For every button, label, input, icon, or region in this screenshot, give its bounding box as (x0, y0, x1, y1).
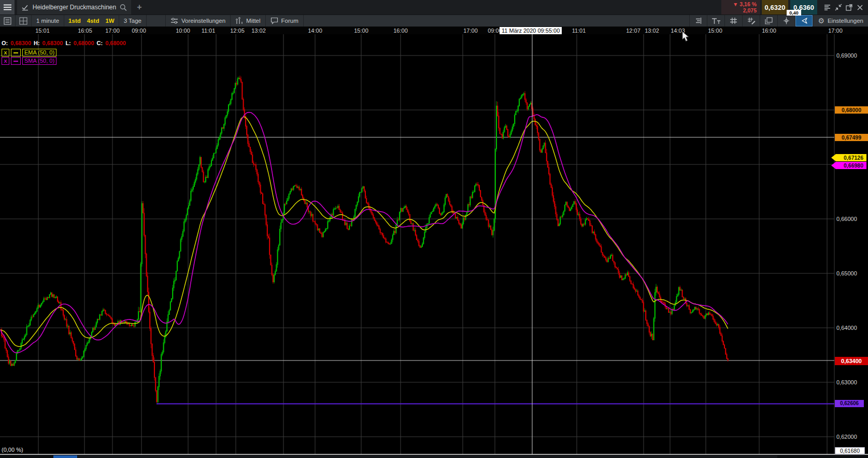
taskbar-accent (53, 455, 77, 458)
time-tick-10:00: 10:00 (176, 27, 190, 34)
grid-layout-icon (19, 17, 27, 25)
bid-price-button[interactable]: 0,6320 (762, 0, 788, 15)
time-tick-09:00: 09:00 (132, 27, 146, 34)
range-button[interactable]: 3 Tage (119, 15, 147, 26)
align-lines-icon (694, 17, 702, 24)
search-icon[interactable] (120, 4, 127, 11)
time-tick-16:05: 16:05 (78, 27, 92, 34)
add-tab-button[interactable]: + (131, 0, 148, 15)
change-panel: ▼ 3,16 % 2,075 (721, 0, 760, 15)
time-tick-17:00: 17:00 (828, 27, 843, 34)
high-value: 0,68300 (42, 40, 63, 46)
session-percent-label: (0,00 %) (2, 447, 23, 453)
change-percent: ▼ 3,16 % (725, 1, 757, 7)
crosshair-date-tooltip: 11 März 2020 09:55:00 (500, 27, 562, 34)
window-controls (817, 0, 868, 15)
ohlc-readout: O:0,68300 H:0,68300 L:0,68000 C:0,68000 (2, 40, 126, 46)
instrument-title: Heidelberger Druckmaschinen (33, 4, 116, 11)
close-window-button[interactable] (855, 3, 865, 12)
einstellungen-label: Einstellungen (828, 18, 863, 24)
chart-list-button[interactable] (0, 15, 16, 26)
main-menu-button[interactable] (0, 0, 15, 15)
chart-region: O:0,68300 H:0,68300 L:0,68000 C:0,68000 … (0, 34, 868, 455)
grid-toggle-button[interactable] (724, 15, 742, 26)
legend-ema-label[interactable]: EMA (50, 0) (22, 49, 56, 57)
axis-settings-button[interactable] (689, 15, 707, 26)
plus-icon: + (137, 3, 141, 12)
interval-presets: 1std 4std 1W (64, 15, 119, 26)
trading-app-window: Heidelberger Druckmaschinen + ▼ 3,16 % 2… (0, 0, 868, 458)
orderbook-lines-button[interactable] (822, 3, 832, 12)
legend-sma-remove-button[interactable]: X (2, 57, 9, 65)
cursor-tool-icon (800, 17, 808, 24)
mittel-button[interactable]: Mittel (231, 15, 265, 26)
spread-badge: 0,40 (787, 10, 801, 16)
time-tick-16:00: 16:00 (393, 27, 408, 34)
voreinstellungen-button[interactable]: Voreinstellungen (166, 15, 231, 26)
interval-button[interactable]: 1 minute (32, 15, 64, 26)
legend-ema: X EMA (50, 0) (2, 49, 56, 57)
legend-sma-line-sample[interactable] (11, 57, 21, 65)
bid-price: 0,6320 (765, 4, 786, 11)
toolbar-spacer (304, 15, 690, 26)
list-box-icon (4, 17, 11, 25)
sliders-icon (170, 17, 178, 24)
collapse-window-button[interactable] (833, 3, 843, 12)
toolbar-gap (147, 15, 166, 26)
collapse-arrows-icon (835, 4, 842, 11)
legend-sma: X SMA (50, 0) (2, 57, 56, 65)
voreinstellungen-label: Voreinstellungen (181, 18, 225, 24)
hash-grid-icon (730, 17, 737, 24)
quote-panel: ▼ 3,16 % 2,075 0,6320 0,6360 0,40 (721, 0, 868, 15)
popout-icon (846, 4, 852, 11)
popout-window-button[interactable] (844, 3, 854, 12)
snap-crosshair-button[interactable] (777, 15, 795, 26)
indicator-icon (235, 17, 243, 24)
time-tick-17:00: 17:00 (463, 27, 478, 34)
stacked-windows-icon (765, 17, 773, 24)
time-tick-16:00: 16:00 (762, 27, 776, 34)
time-tick-13:02: 13:02 (645, 27, 659, 34)
preset-1w-button[interactable]: 1W (102, 15, 117, 26)
text-tool-button[interactable] (707, 15, 724, 26)
time-tick-12:07: 12:07 (626, 27, 641, 34)
bottom-edge-strip (0, 455, 868, 458)
cursor-tool-button[interactable] (795, 15, 813, 26)
text-tool-icon (712, 18, 721, 24)
speech-bubble-icon (271, 17, 278, 24)
instrument-tab[interactable]: Heidelberger Druckmaschinen (17, 0, 131, 15)
legend-sma-label[interactable]: SMA (50, 0) (22, 57, 56, 65)
low-value: 0,68000 (74, 40, 94, 46)
drawing-tools-button[interactable] (742, 15, 760, 26)
preset-1std-button[interactable]: 1std (65, 15, 84, 26)
time-tick-15:01: 15:01 (35, 27, 50, 34)
bring-to-front-button[interactable] (760, 15, 777, 26)
range-label: 3 Tage (124, 18, 141, 24)
crosshair-pin-icon (782, 17, 790, 24)
mittel-label: Mittel (246, 18, 260, 24)
hash-pencil-icon (747, 17, 756, 24)
time-tick-15:00: 15:00 (354, 27, 368, 34)
einstellungen-button[interactable]: ⚙ Einstellungen (813, 15, 868, 26)
preset-4std-button[interactable]: 4std (84, 15, 103, 26)
time-tick-17:00: 17:00 (105, 27, 120, 34)
interval-label: 1 minute (36, 18, 59, 24)
time-tick-11:01: 11:01 (572, 27, 586, 34)
time-tick-11:01: 11:01 (202, 27, 216, 34)
hamburger-icon (4, 4, 11, 10)
time-tick-15:00: 15:00 (708, 27, 722, 34)
legend-ema-line-sample[interactable] (11, 49, 21, 57)
layout-grid-button[interactable] (16, 15, 32, 26)
change-absolute: 2,075 (725, 7, 757, 13)
close-icon (857, 5, 863, 10)
time-tick-13:02: 13:02 (251, 27, 266, 34)
orderbook-lines-icon (824, 4, 831, 11)
time-axis[interactable]: 11 März 2020 09:55:00 15:0116:0517:0009:… (0, 27, 868, 34)
price-chart-canvas[interactable] (0, 34, 868, 455)
gear-icon: ⚙ (818, 17, 824, 24)
legend-ema-remove-button[interactable]: X (2, 49, 9, 57)
forum-button[interactable]: Forum (266, 15, 304, 26)
taskbar-sliver (78, 455, 777, 458)
open-value: 0,68300 (10, 40, 31, 46)
mouse-cursor (682, 31, 689, 42)
